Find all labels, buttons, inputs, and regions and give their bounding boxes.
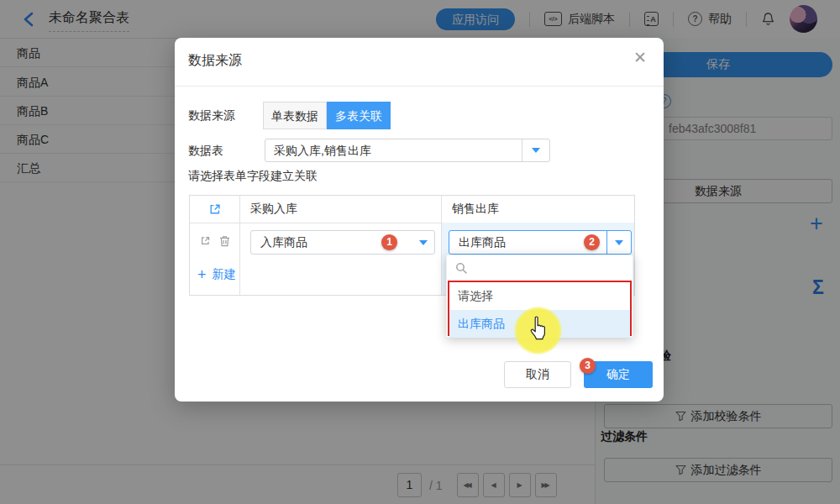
search-icon [455, 262, 468, 275]
relation-hint: 请选择表单字段建立关联 [188, 169, 318, 184]
row-left-cell: 入库商品 1 [240, 223, 442, 295]
row-action-cell [190, 223, 240, 295]
open-form-icon[interactable] [200, 235, 211, 246]
tab-multi-table[interactable]: 多表关联 [327, 102, 391, 129]
source-type-tabs: 单表数据 多表关联 [263, 102, 391, 129]
left-field-select[interactable]: 入库商品 1 [250, 230, 435, 255]
app-root: 未命名聚合表 应用访问 </> 后端脚本 A ? 帮助 商品 商品A [0, 0, 840, 504]
column-header-right: 销售出库 [442, 196, 634, 223]
step-badge-2: 2 [584, 234, 600, 250]
new-relation-label: 新建 [213, 267, 236, 282]
dropdown-option-placeholder[interactable]: 请选择 [449, 282, 630, 310]
select-caret-button[interactable] [522, 139, 549, 161]
cursor-pointer-icon [528, 315, 549, 341]
relation-table-header: 采购入库 销售出库 [190, 196, 634, 223]
column-header-right-label: 销售出库 [442, 202, 499, 217]
right-field-select[interactable]: 出库商品 2 [449, 230, 632, 255]
step-badge-1: 1 [381, 234, 397, 250]
modal-title: 数据来源 [188, 52, 242, 70]
select-caret-button[interactable] [606, 231, 631, 254]
source-type-label: 数据来源 [188, 102, 235, 129]
open-form-icon[interactable] [208, 202, 222, 216]
header-icon-cell [190, 196, 240, 223]
column-header-left: 采购入库 [240, 196, 442, 223]
column-header-left-label: 采购入库 [240, 202, 297, 217]
data-table-select[interactable]: 采购入库,销售出库 [265, 139, 550, 162]
chevron-down-icon [615, 240, 623, 245]
modal-header-divider [175, 86, 664, 87]
chevron-down-icon [419, 240, 428, 245]
data-table-label: 数据表 [188, 139, 223, 162]
data-table-value: 采购入库,销售出库 [274, 139, 371, 161]
plus-icon: + [197, 267, 207, 282]
left-field-value: 入库商品 [260, 231, 307, 254]
close-icon[interactable]: ✕ [633, 50, 647, 66]
new-relation-button[interactable]: + 新建 [197, 267, 236, 282]
data-source-modal: 数据来源 ✕ 数据来源 单表数据 多表关联 数据表 采购入库,销售出库 请选择表… [175, 38, 664, 402]
trash-icon[interactable] [219, 235, 230, 247]
right-field-value: 出库商品 [459, 231, 506, 254]
step-badge-3: 3 [580, 358, 596, 374]
chevron-down-icon [532, 148, 540, 153]
cancel-button[interactable]: 取消 [504, 361, 571, 388]
dropdown-search-input[interactable] [447, 255, 633, 281]
tab-single-table[interactable]: 单表数据 [263, 102, 327, 129]
